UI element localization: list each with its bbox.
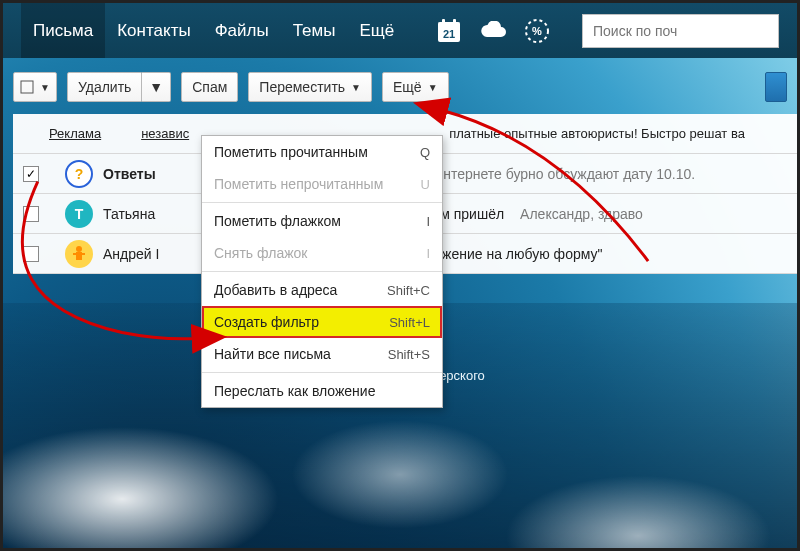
- avatar: ?: [65, 160, 93, 188]
- menu-item[interactable]: Переслать как вложение: [202, 375, 442, 407]
- menu-item-label: Пометить флажком: [214, 213, 341, 229]
- more-dropdown-menu: Пометить прочитаннымQПометить непрочитан…: [201, 135, 443, 408]
- spam-button[interactable]: Спам: [181, 72, 238, 102]
- search-box[interactable]: [582, 14, 779, 48]
- menu-item-shortcut: Shift+C: [387, 283, 430, 298]
- more-button-label: Ещё: [393, 79, 422, 95]
- menu-item[interactable]: Найти все письмаShift+S: [202, 338, 442, 370]
- nav-tab-more[interactable]: Ещё: [347, 3, 406, 58]
- mail-preview: Александр, здраво: [520, 206, 643, 222]
- ad-link[interactable]: независ: [141, 126, 189, 141]
- delete-button[interactable]: Удалить: [67, 72, 142, 102]
- mail-checkbox[interactable]: [23, 206, 39, 222]
- menu-item-shortcut: I: [426, 246, 430, 261]
- menu-item[interactable]: Пометить прочитаннымQ: [202, 136, 442, 168]
- svg-rect-6: [21, 81, 33, 93]
- menu-item-shortcut: U: [421, 177, 430, 192]
- menu-separator: [202, 271, 442, 272]
- svg-rect-3: [453, 19, 456, 25]
- svg-rect-2: [442, 19, 445, 25]
- menu-separator: [202, 372, 442, 373]
- chevron-down-icon: ▼: [40, 82, 50, 93]
- menu-item[interactable]: Добавить в адресаShift+C: [202, 274, 442, 306]
- menu-item-shortcut: Q: [420, 145, 430, 160]
- chevron-down-icon: ▼: [428, 82, 438, 93]
- mail-sender: Ответы: [103, 166, 156, 182]
- nav-tab-themes[interactable]: Темы: [281, 3, 348, 58]
- mail-sender: Андрей I: [103, 246, 159, 262]
- menu-item-label: Найти все письма: [214, 346, 331, 362]
- svg-rect-8: [76, 252, 82, 260]
- menu-separator: [202, 202, 442, 203]
- mail-sender: Татьяна: [103, 206, 155, 222]
- menu-item-shortcut: Shift+S: [388, 347, 430, 362]
- app-frame: Письма Контакты Файлы Темы Ещё 21 % ▼ Уд…: [0, 0, 800, 551]
- toolbar-right: [765, 72, 787, 102]
- menu-item-shortcut: Shift+L: [389, 315, 430, 330]
- select-all-button[interactable]: ▼: [13, 72, 57, 102]
- search-input[interactable]: [593, 23, 768, 39]
- calendar-day: 21: [443, 28, 455, 40]
- toolbar: ▼ Удалить ▼ Спам Переместить▼ Ещё▼: [13, 72, 787, 102]
- svg-rect-10: [82, 253, 85, 255]
- svg-rect-9: [73, 253, 76, 255]
- menu-item-label: Пометить непрочитанным: [214, 176, 383, 192]
- menu-item-label: Добавить в адреса: [214, 282, 337, 298]
- ad-label: Реклама: [49, 126, 101, 141]
- menu-item-label: Создать фильтр: [214, 314, 319, 330]
- cloud-icon[interactable]: [478, 16, 508, 46]
- menu-item[interactable]: Создать фильтрShift+L: [202, 306, 442, 338]
- nav-tab-contacts[interactable]: Контакты: [105, 3, 202, 58]
- menu-item-label: Пометить прочитанным: [214, 144, 368, 160]
- delete-dropdown-button[interactable]: ▼: [142, 72, 171, 102]
- avatar: [65, 240, 93, 268]
- menu-item: Пометить непрочитаннымU: [202, 168, 442, 200]
- top-nav: Письма Контакты Файлы Темы Ещё 21 %: [3, 3, 797, 58]
- move-button[interactable]: Переместить▼: [248, 72, 372, 102]
- chevron-down-icon: ▼: [351, 82, 361, 93]
- ad-text: платные опытные автоюристы! Быстро решат…: [449, 126, 745, 141]
- menu-item-label: Снять флажок: [214, 245, 307, 261]
- menu-item: Снять флажокI: [202, 237, 442, 269]
- nav-tab-mail[interactable]: Письма: [21, 3, 105, 58]
- menu-item-shortcut: I: [426, 214, 430, 229]
- menu-item-label: Переслать как вложение: [214, 383, 375, 399]
- checkbox-empty-icon: [20, 80, 34, 94]
- svg-text:%: %: [532, 25, 542, 37]
- more-button[interactable]: Ещё▼: [382, 72, 449, 102]
- menu-item[interactable]: Пометить флажкомI: [202, 205, 442, 237]
- delete-split-button: Удалить ▼: [67, 72, 171, 102]
- nav-tab-files[interactable]: Файлы: [203, 3, 281, 58]
- chevron-down-icon: ▼: [149, 79, 163, 95]
- mail-checkbox[interactable]: ✓: [23, 166, 39, 182]
- svg-point-7: [76, 246, 82, 252]
- move-button-label: Переместить: [259, 79, 345, 95]
- mail-preview: В интернете бурно обсуждают дату 10.10.: [422, 166, 695, 182]
- avatar: T: [65, 200, 93, 228]
- promo-icon[interactable]: %: [522, 16, 552, 46]
- right-blue-button[interactable]: [765, 72, 787, 102]
- calendar-icon[interactable]: 21: [434, 16, 464, 46]
- mail-checkbox[interactable]: [23, 246, 39, 262]
